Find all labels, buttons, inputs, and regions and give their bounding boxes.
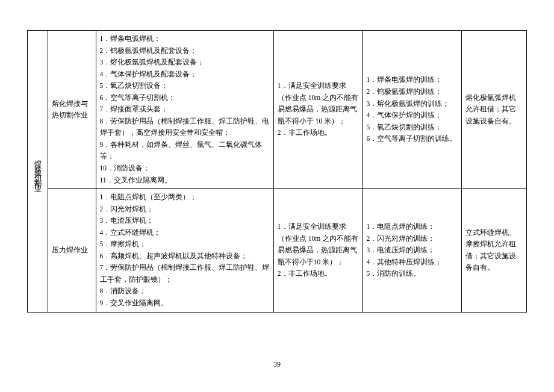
- category-cell: 焊接与热切割作业: [28, 31, 48, 313]
- notes-cell: 熔化极氩弧焊机允许租借；其它设施设备自有。: [462, 31, 527, 189]
- category-label: 焊接与热切割作业: [31, 155, 43, 184]
- training-cell: 1．电阻点焊的训练； 2．闪光对焊的训练； 3．电渣压焊的训练； 4．其他特种压…: [363, 189, 462, 312]
- table-row: 焊接与热切割作业 熔化焊接与热切割作业 1．焊条电弧焊机； 2．钨极氩弧焊机及配…: [28, 31, 527, 189]
- requirements-table: 焊接与热切割作业 熔化焊接与热切割作业 1．焊条电弧焊机； 2．钨极氩弧焊机及配…: [27, 30, 527, 313]
- equipment-cell: 1．电阻点焊机（至少两类）； 2．闪光对焊机； 3．电渣压焊机； 4．立式环缝焊…: [96, 189, 273, 312]
- subcategory-cell: 压力焊作业: [48, 189, 96, 312]
- safety-cell: 1．满足安全训练要求（作业点 10m 之内不能有易燃易爆品，热源距离气瓶不得小于…: [273, 31, 363, 189]
- training-cell: 1．焊条电弧焊的训练； 2．钨极氩弧焊的训练； 3．熔化极氩弧焊的训练； 4．气…: [363, 31, 462, 189]
- notes-cell: 立式环缝焊机、摩擦焊机允许租借；其它设施设备自有。: [462, 189, 527, 312]
- subcategory-cell: 熔化焊接与热切割作业: [48, 31, 96, 189]
- safety-cell: 1．满足安全训练要求（作业点 10m 之内不能有易燃易爆品，热源距离气瓶不得小于…: [273, 189, 363, 312]
- page-number: 39: [0, 360, 554, 369]
- table-row: 压力焊作业 1．电阻点焊机（至少两类）； 2．闪光对焊机； 3．电渣压焊机； 4…: [28, 189, 527, 312]
- equipment-cell: 1．焊条电弧焊机； 2．钨极氩弧焊机及配套设备； 3．熔化极氩弧焊机及配套设备；…: [96, 31, 273, 189]
- document-page: 焊接与热切割作业 熔化焊接与热切割作业 1．焊条电弧焊机； 2．钨极氩弧焊机及配…: [0, 0, 554, 313]
